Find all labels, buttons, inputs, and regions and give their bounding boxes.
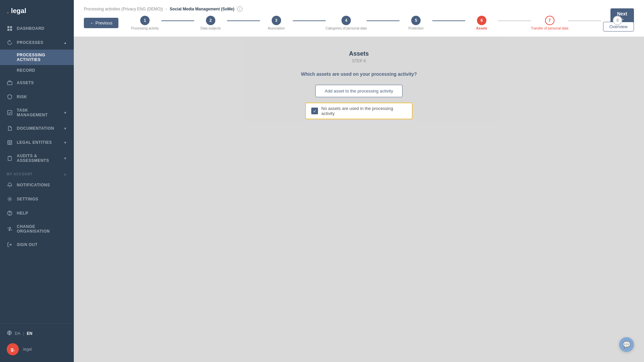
globe-icon [7,330,12,337]
swap-icon [7,226,13,232]
lang-da[interactable]: DA [15,331,20,336]
step-2: 2 Data subjects [194,16,227,30]
sidebar-item-assets[interactable]: ASSETS [0,76,74,90]
step-label-6: Assets [476,26,487,30]
lang-en[interactable]: EN [27,331,33,336]
sidebar-label-change-org: CHANGE ORGANISATION [17,224,67,234]
sidebar-item-notifications[interactable]: NOTIFICATIONS [0,178,74,192]
connector-1-2 [161,20,194,21]
step-4: 4 Categories of personal data [326,16,367,30]
sidebar-label-task-management: TASK MANAGEMENT [17,108,60,117]
prev-button[interactable]: ← Previous [84,18,118,28]
sidebar-label-processes: PROCESSES [17,40,43,45]
svg-rect-2 [7,29,9,31]
sidebar-item-documentation[interactable]: DOCUMENTATION ▼ [0,121,74,135]
sidebar-label-processing-activities: PROCESSING ACTIVITIES [17,53,67,62]
no-assets-row: ✓ No assets are used in the processing a… [305,103,413,119]
sidebar-item-record[interactable]: RECORD [0,65,74,76]
step-circle-8[interactable]: 8 [613,16,622,25]
svg-rect-7 [8,157,11,161]
sidebar-item-risk[interactable]: RISK [0,90,74,104]
building-icon [7,139,13,145]
sidebar-item-legal-entities[interactable]: LEGAL ENTITIES ▼ [0,135,74,149]
add-asset-container: Add asset to the processing activity [87,85,631,97]
chevron-up-icon: ▲ [64,41,67,45]
sidebar-label-record: RECORD [17,68,35,73]
sidebar-item-audits[interactable]: AUDITS & ASSESSMENTS ▼ [0,149,74,167]
sidebar-nav: DASHBOARD PROCESSES ▲ PROCESSING ACTIVIT… [0,21,74,323]
stepper: ← Previous 1 Processing activity 2 Data … [84,16,634,30]
info-icon[interactable]: i [237,6,243,12]
sidebar-item-processing-activities[interactable]: PROCESSING ACTIVITIES [0,50,74,65]
chevron-down-icon-3: ▼ [64,141,67,144]
page-title: Assets [87,50,631,57]
step-circle-1[interactable]: 1 [140,16,150,25]
step-circle-6[interactable]: 6 [477,16,486,25]
sidebar-item-processes[interactable]: PROCESSES ▲ [0,36,74,50]
sidebar-label-notifications: NOTIFICATIONS [17,183,50,187]
logo-dot: . [7,6,9,15]
svg-rect-0 [7,26,9,28]
sidebar-item-dashboard[interactable]: DASHBOARD [0,21,74,36]
step-circle-7[interactable]: 7 [545,16,554,25]
step-label-2: Data subjects [201,26,221,30]
exit-icon [7,242,13,248]
chevron-up-icon-2: ▲ [63,172,67,176]
avatar: g. [7,343,19,355]
breadcrumb-parent[interactable]: Processing activities (Privacy ENG (DEMO… [84,7,163,11]
assets-header: Assets STEP 6 Which assets are used on y… [87,50,631,77]
chat-icon: 💬 [623,341,631,349]
page-question: Which assets are used on your processing… [87,71,631,77]
page-step-label: STEP 6 [87,59,631,63]
breadcrumb-current: Social Media Management (SoMe) [170,7,234,11]
check-square-icon [7,110,13,116]
gear-icon [7,196,13,202]
svg-rect-3 [10,29,12,31]
grid-icon [7,25,13,32]
sidebar-label-risk: RISK [17,95,27,99]
svg-rect-5 [8,111,12,115]
chevron-down-icon: ▼ [64,111,67,115]
connector-5-6 [432,20,465,21]
step-circle-4[interactable]: 4 [341,16,351,25]
connector-6-7 [498,20,531,21]
step-label-3: Association [268,26,285,30]
no-assets-checkbox[interactable]: ✓ [311,108,318,114]
step-circle-5[interactable]: 5 [411,16,421,25]
no-assets-text: No assets are used in the processing act… [321,106,407,116]
add-asset-button[interactable]: Add asset to the processing activity [315,85,402,97]
sidebar-item-settings[interactable]: SETTINGS [0,192,74,206]
breadcrumb-chevron: › [166,7,167,11]
step-5: 5 Protection [399,16,432,30]
step-circle-2[interactable]: 2 [206,16,215,25]
page-body: Assets STEP 6 Which assets are used on y… [74,37,644,362]
connector-4-5 [367,20,399,21]
svg-rect-6 [8,140,12,144]
my-account-section: MY ACCOUNT ▲ [0,167,74,178]
connector-3-4 [293,20,326,21]
step-label-5: Protection [409,26,424,30]
checkmark-icon: ✓ [313,109,317,114]
sidebar-label-dashboard: DASHBOARD [17,26,45,31]
sidebar-item-help[interactable]: HELP [0,206,74,220]
step-label-1: Processing activity [131,26,159,30]
file-icon [7,125,13,131]
page-content: Assets STEP 6 Which assets are used on y… [87,50,631,119]
no-assets-container: ✓ No assets are used in the processing a… [87,103,631,119]
sidebar-item-sign-out[interactable]: SIGN OUT [0,238,74,252]
chevron-down-icon-2: ▼ [64,127,67,130]
chat-bubble[interactable]: 💬 [619,337,634,352]
sidebar-label-settings: SETTINGS [17,197,38,201]
steps-container: 1 Processing activity 2 Data subjects [128,16,634,30]
sidebar-item-change-org[interactable]: CHANGE ORGANISATION [0,220,74,238]
sidebar-item-task-management[interactable]: TASK MANAGEMENT ▼ [0,104,74,121]
step-label-4: Categories of personal data [326,26,367,30]
step-label-7: Transfer of personal data [531,26,568,30]
language-switcher: DA | EN [0,327,74,340]
avatar-area: g. .legal [0,340,74,359]
app-logo[interactable]: . legal [0,0,74,21]
sidebar-label-legal-entities: LEGAL ENTITIES [17,140,52,145]
step-circle-3[interactable]: 3 [272,16,281,25]
svg-point-8 [9,198,11,200]
sidebar-bottom: DA | EN g. .legal [0,323,74,362]
